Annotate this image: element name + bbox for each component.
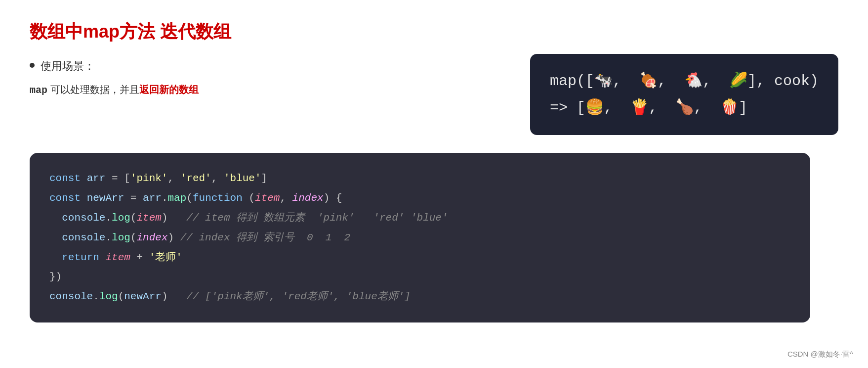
code-line-6: })	[49, 267, 790, 287]
diagram-box: map([🐄, 🍖, 🐔, 🌽], cook) => [🍔, 🍟, 🍗, 🍿]	[530, 54, 838, 135]
code-section: const arr = ['pink', 'red', 'blue'] cons…	[30, 153, 838, 322]
page-title: 数组中map方法 迭代数组	[30, 20, 838, 44]
map-description: map 可以处理数据，并且返回新的数组	[30, 82, 510, 98]
code-line-3: console.log(item) // item 得到 数组元素 'pink'…	[49, 208, 790, 228]
bullet-point: 使用场景：	[30, 59, 510, 74]
content-area: 使用场景： map 可以处理数据，并且返回新的数组 map([🐄, 🍖, 🐔, …	[30, 59, 838, 135]
code-line-4: console.log(index) // index 得到 索引号 0 1 2	[49, 228, 790, 248]
map-keyword: map	[30, 85, 47, 96]
page-container: 数组中map方法 迭代数组 使用场景： map 可以处理数据，并且返回新的数组 …	[0, 0, 868, 368]
watermark: CSDN @激如冬·雷^	[787, 350, 853, 359]
code-block: const arr = ['pink', 'red', 'blue'] cons…	[30, 153, 810, 322]
diagram-line1: map([🐄, 🍖, 🐔, 🌽], cook)	[550, 68, 819, 94]
bullet-dot-icon	[30, 63, 35, 68]
left-content: 使用场景： map 可以处理数据，并且返回新的数组	[30, 59, 510, 98]
code-line-1: const arr = ['pink', 'red', 'blue']	[49, 169, 790, 188]
desc-link: 返回新的数组	[139, 84, 199, 95]
desc-text1: 可以处理数据，并且	[50, 84, 139, 95]
code-line-2: const newArr = arr.map(function (item, i…	[49, 188, 790, 208]
diagram-line2: => [🍔, 🍟, 🍗, 🍿]	[550, 94, 819, 121]
bullet-label: 使用场景：	[41, 59, 95, 74]
code-line-7: console.log(newArr) // ['pink老师', 'red老师…	[49, 287, 790, 307]
code-line-5: return item + '老师'	[49, 248, 790, 268]
